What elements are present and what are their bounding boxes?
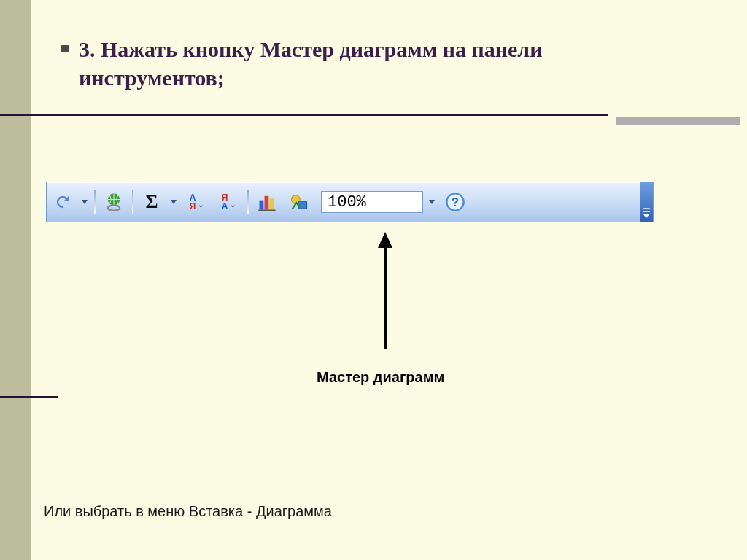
- divider-short: [0, 396, 58, 398]
- zoom-input[interactable]: 100%: [321, 191, 423, 213]
- svg-rect-3: [265, 196, 269, 210]
- svg-text:?: ?: [452, 195, 459, 209]
- redo-dropdown[interactable]: [79, 187, 90, 217]
- separator: [94, 190, 96, 214]
- sort-asc-icon: АЯ ↓: [190, 193, 205, 211]
- drawing-button[interactable]: [285, 187, 314, 217]
- svg-rect-7: [298, 201, 307, 209]
- chart-wizard-button[interactable]: [252, 187, 282, 217]
- toolbar: Σ АЯ ↓ ЯА ↓: [46, 182, 654, 222]
- zoom-value: 100%: [328, 193, 366, 211]
- svg-rect-2: [260, 201, 264, 210]
- separator: [247, 190, 249, 214]
- zoom-dropdown[interactable]: [426, 187, 438, 217]
- callout-arrow: [363, 232, 436, 356]
- sigma-icon: Σ: [146, 191, 158, 213]
- svg-point-1: [108, 206, 120, 211]
- chart-wizard-icon: [257, 192, 277, 212]
- side-accent: [0, 0, 31, 560]
- svg-rect-4: [270, 198, 274, 209]
- autosum-button[interactable]: Σ: [137, 187, 166, 217]
- svg-rect-5: [258, 210, 275, 211]
- divider-accent: [616, 117, 740, 125]
- footer-text: Или выбрать в меню Вставка - Диаграмма: [44, 503, 332, 520]
- separator: [132, 190, 133, 214]
- drawing-icon: [289, 192, 309, 212]
- svg-marker-11: [378, 232, 392, 248]
- redo-icon: [53, 192, 73, 212]
- help-button[interactable]: ?: [441, 187, 470, 217]
- help-icon: ?: [445, 192, 465, 212]
- hyperlink-icon: [104, 192, 124, 212]
- title-bullet: [61, 45, 69, 52]
- slide-title: 3. Нажать кнопку Мастер диаграмм на пане…: [79, 35, 684, 92]
- callout-label: Мастер диаграмм: [317, 369, 444, 386]
- slide: 3. Нажать кнопку Мастер диаграмм на пане…: [0, 0, 747, 560]
- redo-button[interactable]: [48, 187, 77, 217]
- autosum-dropdown[interactable]: [168, 187, 179, 217]
- sort-desc-button[interactable]: ЯА ↓: [214, 187, 244, 217]
- sort-desc-icon: ЯА ↓: [222, 193, 237, 211]
- hyperlink-button[interactable]: [99, 187, 128, 217]
- toolbar-overflow[interactable]: [640, 182, 653, 222]
- divider-main: [0, 114, 608, 116]
- sort-asc-button[interactable]: АЯ ↓: [182, 187, 212, 217]
